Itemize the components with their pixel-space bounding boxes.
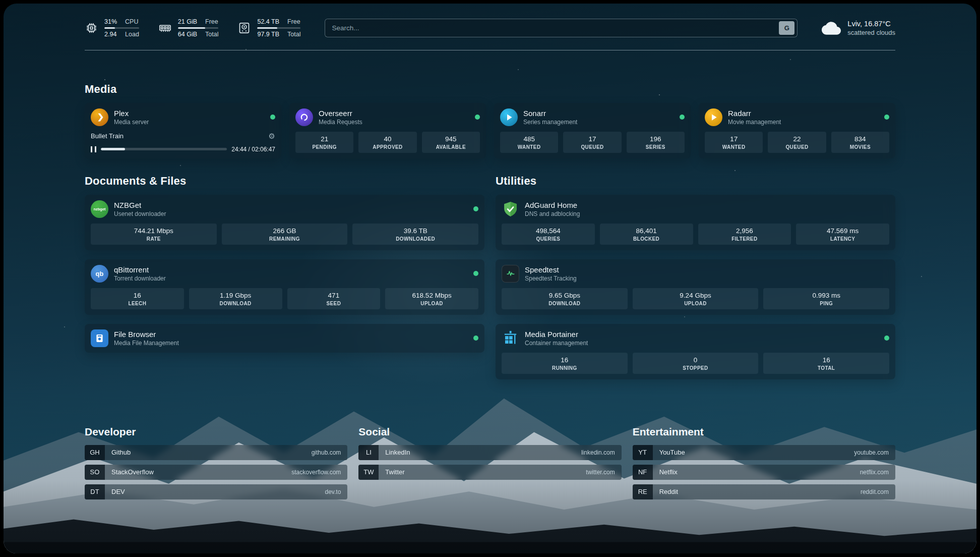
top-bar: 31% CPU 2.94 Load 21 GiB: [85, 18, 895, 39]
bookmark-url: youtube.com: [854, 445, 889, 460]
bookmark-name: Netflix: [659, 465, 678, 480]
service-subtitle: Media File Management: [114, 340, 179, 347]
filebrowser-icon: [91, 329, 108, 347]
service-card-overseerr[interactable]: Overseerr Media Requests 21PENDING 40APP…: [289, 103, 486, 158]
bookmark-url: dev.to: [325, 484, 341, 499]
cpu-percent: 31%: [104, 18, 117, 26]
gear-icon[interactable]: ⚙: [269, 132, 275, 140]
status-dot: [680, 115, 685, 120]
weather-widget: Lviv, 16.87°C scattered clouds: [822, 19, 895, 38]
bookmark-name: Twitter: [385, 465, 404, 480]
adguard-shield-icon: [502, 200, 519, 218]
cpu-icon: [85, 21, 98, 35]
stat-download: 9.65 GbpsDOWNLOAD: [502, 288, 628, 309]
stat-download: 1.19 GbpsDOWNLOAD: [189, 288, 282, 309]
section-title-media: Media: [85, 83, 895, 96]
bookmark-netflix[interactable]: NF Netflix netflix.com: [633, 465, 895, 480]
bookmark-group-entertainment: Entertainment YT YouTube youtube.com NF …: [633, 426, 895, 504]
cpu-usage-bar: [104, 27, 139, 29]
bookmark-reddit[interactable]: RE Reddit reddit.com: [633, 484, 895, 499]
section-title-documents: Documents & Files: [85, 175, 484, 188]
stat-queued: 17QUEUED: [563, 132, 621, 153]
service-card-portainer[interactable]: Media Portainer Container management 16R…: [496, 324, 895, 379]
service-card-adguard[interactable]: AdGuard Home DNS and adblocking 498,564Q…: [496, 195, 895, 250]
pause-button[interactable]: [91, 146, 96, 152]
disk-usage-bar: [257, 27, 300, 29]
weather-condition: scattered clouds: [847, 29, 895, 36]
service-subtitle: Series management: [523, 119, 577, 126]
cpu-load: 2.94: [104, 30, 117, 38]
service-card-filebrowser[interactable]: File Browser Media File Management: [85, 324, 484, 353]
bookmark-abbr: TW: [358, 465, 379, 480]
bookmark-group-title: Social: [358, 426, 621, 438]
memory-free-label: Free: [205, 18, 218, 26]
bookmark-twitter[interactable]: TW Twitter twitter.com: [358, 465, 621, 480]
bookmark-abbr: DT: [85, 484, 105, 499]
stat-available: 945AVAILABLE: [422, 132, 480, 153]
stat-wanted: 17WANTED: [705, 132, 763, 153]
service-card-speedtest[interactable]: Speedtest Speedtest Tracking 9.65 GbpsDO…: [496, 259, 895, 315]
sonarr-icon: [500, 108, 518, 126]
bookmark-url: stackoverflow.com: [291, 465, 341, 480]
status-dot: [473, 206, 478, 211]
qbittorrent-icon: qb: [91, 265, 108, 283]
overseerr-icon: [295, 108, 313, 126]
plex-icon: [91, 108, 108, 126]
stat-stopped: 0STOPPED: [633, 353, 759, 374]
stat-running: 16RUNNING: [502, 353, 628, 374]
service-card-nzbget[interactable]: nzbget NZBGet Usenet downloader 744.21 M…: [85, 195, 484, 250]
service-subtitle: Usenet downloader: [114, 210, 166, 217]
bookmark-github[interactable]: GH Github github.com: [85, 445, 347, 460]
bookmark-name: YouTube: [659, 445, 685, 460]
nzbget-icon: nzbget: [91, 200, 108, 218]
bookmark-group-title: Entertainment: [633, 426, 895, 438]
search-provider-button[interactable]: G: [779, 21, 794, 35]
service-subtitle: Movie management: [728, 119, 781, 126]
search-input[interactable]: [332, 24, 775, 32]
stat-upload: 618.52 MbpsUPLOAD: [385, 288, 478, 309]
bookmark-name: Reddit: [659, 484, 679, 499]
service-subtitle: Torrent downloader: [114, 275, 166, 282]
memory-icon: [158, 21, 172, 35]
service-card-radarr[interactable]: Radarr Movie management 17WANTED 22QUEUE…: [699, 103, 895, 158]
stat-queued: 22QUEUED: [768, 132, 826, 153]
service-name: Plex: [114, 109, 149, 118]
bookmark-url: reddit.com: [861, 484, 889, 499]
now-playing-title: Bullet Train: [91, 132, 269, 140]
memory-free: 21 GiB: [178, 18, 197, 26]
stat-upload: 9.24 GbpsUPLOAD: [633, 288, 759, 309]
stat-remaining: 266 GBREMAINING: [222, 224, 348, 245]
bookmark-url: netflix.com: [860, 465, 889, 480]
stat-wanted: 485WANTED: [500, 132, 558, 153]
disk-free-label: Free: [287, 18, 300, 26]
status-dot: [884, 336, 889, 341]
search-bar[interactable]: G: [325, 19, 798, 37]
service-card-sonarr[interactable]: Sonarr Series management 485WANTED 17QUE…: [494, 103, 691, 158]
stat-leech: 16LEECH: [91, 288, 184, 309]
status-dot: [475, 115, 480, 120]
service-subtitle: Speedtest Tracking: [525, 275, 577, 282]
bookmark-group-developer: Developer GH Github github.com SO StackO…: [85, 426, 347, 504]
stat-approved: 40APPROVED: [358, 132, 416, 153]
weather-location: Lviv, 16.87°C: [847, 20, 895, 28]
status-dot: [473, 336, 478, 341]
bookmark-youtube[interactable]: YT YouTube youtube.com: [633, 445, 895, 460]
stat-total: 16TOTAL: [763, 353, 889, 374]
stat-downloaded: 39.6 TBDOWNLOADED: [352, 224, 478, 245]
bookmark-dev[interactable]: DT DEV dev.to: [85, 484, 347, 499]
bookmark-linkedin[interactable]: LI LinkedIn linkedin.com: [358, 445, 621, 460]
bookmark-abbr: GH: [85, 445, 105, 460]
speedtest-pulse-icon: [502, 265, 519, 283]
service-card-plex[interactable]: Plex Media server Bullet Train ⚙ 24:44 /…: [85, 103, 281, 158]
stat-movies: 834MOVIES: [831, 132, 889, 153]
bookmark-url: linkedin.com: [581, 445, 615, 460]
dashboard-window: 31% CPU 2.94 Load 21 GiB: [4, 4, 976, 553]
bookmark-stackoverflow[interactable]: SO StackOverflow stackoverflow.com: [85, 465, 347, 480]
memory-total-label: Total: [205, 30, 218, 38]
service-subtitle: Container management: [525, 340, 588, 347]
memory-widget: 21 GiB Free 64 GiB Total: [158, 18, 219, 39]
memory-total: 64 GiB: [178, 30, 197, 38]
service-card-qbittorrent[interactable]: qb qBittorrent Torrent downloader 16LEEC…: [85, 259, 484, 315]
service-name: Overseerr: [319, 109, 362, 118]
section-title-utilities: Utilities: [496, 175, 895, 188]
